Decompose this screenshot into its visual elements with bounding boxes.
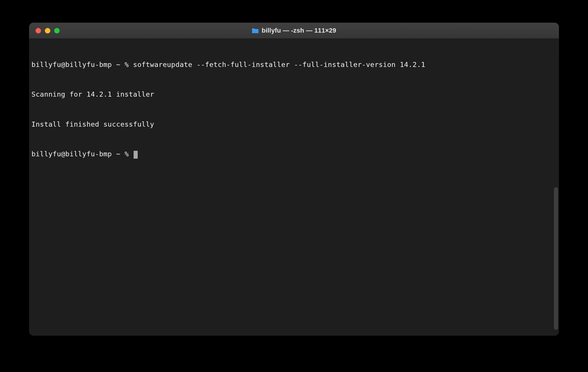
terminal-line: billyfu@billyfu-bmp ~ % softwareupdate -… <box>31 60 557 70</box>
minimize-button[interactable] <box>45 28 50 33</box>
traffic-lights <box>29 28 60 33</box>
window-title: billyfu — -zsh — 111×29 <box>262 27 336 34</box>
maximize-button[interactable] <box>54 28 60 33</box>
terminal-line: Scanning for 14.2.1 installer <box>31 89 557 99</box>
terminal-prompt: billyfu@billyfu-bmp ~ % <box>31 150 133 158</box>
title-bar: billyfu — -zsh — 111×29 <box>29 23 559 39</box>
title-center: billyfu — -zsh — 111×29 <box>29 27 559 34</box>
terminal-window: billyfu — -zsh — 111×29 billyfu@billyfu-… <box>29 23 559 336</box>
terminal-body[interactable]: billyfu@billyfu-bmp ~ % softwareupdate -… <box>29 39 559 336</box>
terminal-prompt-line: billyfu@billyfu-bmp ~ % <box>31 149 557 159</box>
terminal-line: Install finished successfully <box>31 119 557 129</box>
scrollbar[interactable] <box>554 187 558 330</box>
close-button[interactable] <box>36 28 41 33</box>
folder-icon <box>252 28 259 33</box>
cursor-icon <box>134 151 138 159</box>
